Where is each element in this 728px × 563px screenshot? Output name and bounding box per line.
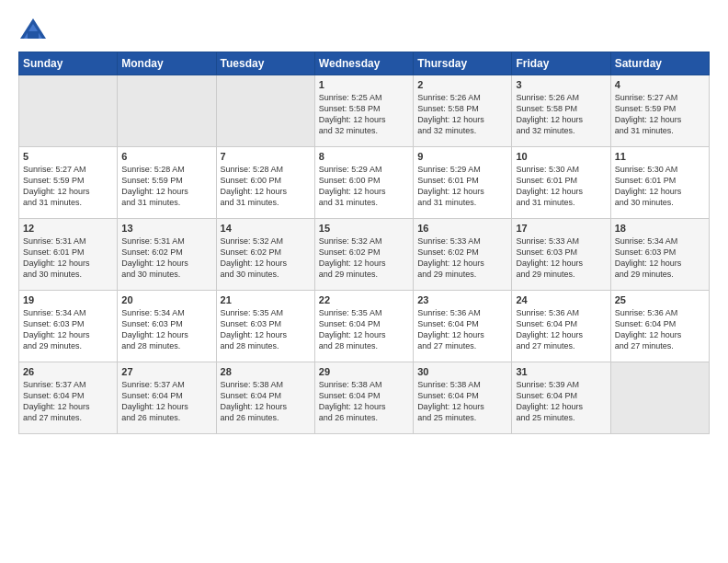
day-info: Sunrise: 5:39 AM bbox=[516, 379, 606, 390]
day-info: Sunset: 5:59 PM bbox=[121, 175, 211, 186]
calendar-cell: 10Sunrise: 5:30 AMSunset: 6:01 PMDayligh… bbox=[512, 147, 610, 219]
day-info: Daylight: 12 hours bbox=[221, 329, 311, 340]
day-info: Sunrise: 5:26 AM bbox=[417, 92, 507, 103]
day-info: Daylight: 12 hours bbox=[615, 114, 705, 125]
calendar-cell: 1Sunrise: 5:25 AMSunset: 5:58 PMDaylight… bbox=[314, 75, 413, 147]
day-info: Sunset: 6:02 PM bbox=[121, 247, 211, 258]
day-info: and 25 minutes. bbox=[516, 412, 606, 423]
day-info: Sunset: 6:03 PM bbox=[221, 318, 311, 329]
day-info: Sunset: 6:04 PM bbox=[121, 390, 211, 401]
day-info: Sunrise: 5:30 AM bbox=[516, 164, 606, 175]
day-number: 29 bbox=[319, 366, 409, 377]
calendar-header: SundayMondayTuesdayWednesdayThursdayFrid… bbox=[19, 52, 710, 75]
day-info: Sunrise: 5:38 AM bbox=[417, 379, 507, 390]
day-info: Sunset: 6:03 PM bbox=[516, 247, 606, 258]
calendar-cell: 12Sunrise: 5:31 AMSunset: 6:01 PMDayligh… bbox=[19, 219, 118, 291]
header bbox=[18, 17, 710, 42]
day-info: Sunset: 6:01 PM bbox=[417, 175, 507, 186]
day-info: and 31 minutes. bbox=[516, 197, 606, 208]
day-info: Sunrise: 5:36 AM bbox=[615, 307, 705, 318]
day-number: 18 bbox=[615, 223, 705, 234]
calendar-cell bbox=[610, 362, 709, 434]
calendar-cell: 22Sunrise: 5:35 AMSunset: 6:04 PMDayligh… bbox=[314, 291, 413, 362]
day-info: Sunset: 5:58 PM bbox=[417, 103, 507, 114]
day-info: and 25 minutes. bbox=[417, 412, 507, 423]
header-day: Thursday bbox=[414, 52, 512, 75]
day-info: Daylight: 12 hours bbox=[23, 258, 113, 269]
day-info: and 26 minutes. bbox=[221, 412, 311, 423]
day-info: Sunset: 6:04 PM bbox=[516, 390, 606, 401]
day-info: Sunrise: 5:36 AM bbox=[516, 307, 606, 318]
calendar-body: 1Sunrise: 5:25 AMSunset: 5:58 PMDaylight… bbox=[19, 75, 710, 434]
calendar-cell: 7Sunrise: 5:28 AMSunset: 6:00 PMDaylight… bbox=[216, 147, 314, 219]
day-info: Sunset: 6:04 PM bbox=[319, 390, 409, 401]
day-info: and 30 minutes. bbox=[615, 197, 705, 208]
page: SundayMondayTuesdayWednesdayThursdayFrid… bbox=[0, 0, 728, 563]
calendar-row: 26Sunrise: 5:37 AMSunset: 6:04 PMDayligh… bbox=[19, 362, 710, 434]
calendar-cell: 8Sunrise: 5:29 AMSunset: 6:00 PMDaylight… bbox=[314, 147, 413, 219]
day-number: 22 bbox=[319, 294, 409, 305]
calendar-row: 19Sunrise: 5:34 AMSunset: 6:03 PMDayligh… bbox=[19, 291, 710, 362]
header-row: SundayMondayTuesdayWednesdayThursdayFrid… bbox=[19, 52, 710, 75]
calendar-cell: 17Sunrise: 5:33 AMSunset: 6:03 PMDayligh… bbox=[512, 219, 610, 291]
day-info: Sunset: 6:00 PM bbox=[319, 175, 409, 186]
calendar-cell: 29Sunrise: 5:38 AMSunset: 6:04 PMDayligh… bbox=[314, 362, 413, 434]
day-info: Daylight: 12 hours bbox=[121, 186, 211, 197]
day-info: and 31 minutes. bbox=[319, 197, 409, 208]
header-day: Saturday bbox=[610, 52, 709, 75]
calendar-cell: 2Sunrise: 5:26 AMSunset: 5:58 PMDaylight… bbox=[414, 75, 512, 147]
day-info: Sunset: 6:04 PM bbox=[23, 390, 113, 401]
day-info: Sunrise: 5:26 AM bbox=[516, 92, 606, 103]
day-info: Sunset: 6:01 PM bbox=[615, 175, 705, 186]
day-info: and 31 minutes. bbox=[417, 197, 507, 208]
day-number: 11 bbox=[615, 151, 705, 162]
day-number: 6 bbox=[121, 151, 211, 162]
day-info: Sunrise: 5:31 AM bbox=[121, 236, 211, 247]
day-info: Sunrise: 5:32 AM bbox=[221, 236, 311, 247]
calendar-cell: 3Sunrise: 5:26 AMSunset: 5:58 PMDaylight… bbox=[512, 75, 610, 147]
day-info: Sunrise: 5:29 AM bbox=[417, 164, 507, 175]
day-info: Daylight: 12 hours bbox=[516, 258, 606, 269]
day-info: and 29 minutes. bbox=[417, 269, 507, 280]
day-info: Daylight: 12 hours bbox=[23, 186, 113, 197]
day-info: and 32 minutes. bbox=[417, 125, 507, 136]
day-info: Daylight: 12 hours bbox=[319, 114, 409, 125]
calendar-cell: 27Sunrise: 5:37 AMSunset: 6:04 PMDayligh… bbox=[118, 362, 216, 434]
day-info: Sunset: 6:03 PM bbox=[615, 247, 705, 258]
day-number: 3 bbox=[516, 79, 606, 90]
day-info: Sunset: 6:04 PM bbox=[221, 390, 311, 401]
calendar-cell: 18Sunrise: 5:34 AMSunset: 6:03 PMDayligh… bbox=[610, 219, 709, 291]
day-info: Sunrise: 5:38 AM bbox=[221, 379, 311, 390]
day-info: Daylight: 12 hours bbox=[319, 258, 409, 269]
day-info: Daylight: 12 hours bbox=[121, 258, 211, 269]
day-number: 23 bbox=[417, 294, 507, 305]
day-info: Sunset: 5:58 PM bbox=[516, 103, 606, 114]
day-info: Sunset: 6:03 PM bbox=[121, 318, 211, 329]
calendar-cell: 24Sunrise: 5:36 AMSunset: 6:04 PMDayligh… bbox=[512, 291, 610, 362]
calendar-cell: 9Sunrise: 5:29 AMSunset: 6:01 PMDaylight… bbox=[414, 147, 512, 219]
day-info: Daylight: 12 hours bbox=[417, 186, 507, 197]
day-info: Sunrise: 5:31 AM bbox=[23, 236, 113, 247]
day-info: Sunset: 5:59 PM bbox=[615, 103, 705, 114]
day-info: Daylight: 12 hours bbox=[221, 258, 311, 269]
calendar-cell: 6Sunrise: 5:28 AMSunset: 5:59 PMDaylight… bbox=[118, 147, 216, 219]
day-info: Sunrise: 5:30 AM bbox=[615, 164, 705, 175]
calendar: SundayMondayTuesdayWednesdayThursdayFrid… bbox=[18, 52, 710, 434]
day-info: Sunrise: 5:25 AM bbox=[319, 92, 409, 103]
day-info: and 32 minutes. bbox=[516, 125, 606, 136]
day-info: Daylight: 12 hours bbox=[516, 186, 606, 197]
day-info: Daylight: 12 hours bbox=[121, 401, 211, 412]
calendar-cell: 28Sunrise: 5:38 AMSunset: 6:04 PMDayligh… bbox=[216, 362, 314, 434]
day-info: and 28 minutes. bbox=[221, 340, 311, 351]
day-info: Sunset: 6:03 PM bbox=[23, 318, 113, 329]
day-info: Daylight: 12 hours bbox=[319, 186, 409, 197]
day-info: and 31 minutes. bbox=[221, 197, 311, 208]
day-info: Daylight: 12 hours bbox=[417, 114, 507, 125]
day-info: Daylight: 12 hours bbox=[516, 401, 606, 412]
day-info: and 27 minutes. bbox=[417, 340, 507, 351]
calendar-row: 12Sunrise: 5:31 AMSunset: 6:01 PMDayligh… bbox=[19, 219, 710, 291]
calendar-cell: 23Sunrise: 5:36 AMSunset: 6:04 PMDayligh… bbox=[414, 291, 512, 362]
day-info: Sunrise: 5:32 AM bbox=[319, 236, 409, 247]
day-info: Sunset: 6:04 PM bbox=[417, 390, 507, 401]
day-number: 20 bbox=[121, 294, 211, 305]
